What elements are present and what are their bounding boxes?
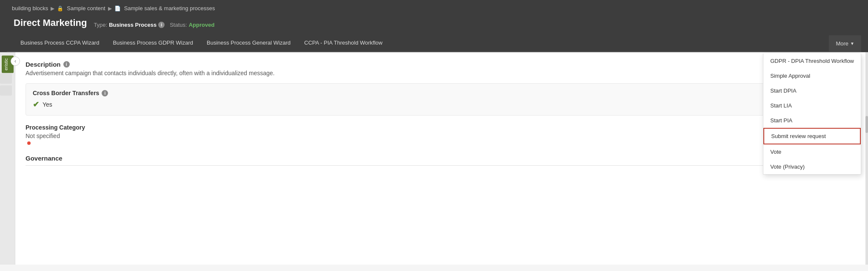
breadcrumb-sep-1: ▶: [51, 6, 54, 11]
left-sidebar: eristic ‹: [0, 52, 15, 265]
type-value: Business Process: [109, 22, 157, 28]
cross-border-yes: Yes: [43, 101, 52, 108]
description-title-text: Description: [26, 61, 61, 68]
tab-ccpa[interactable]: Business Process CCPA Wizard: [14, 35, 106, 51]
dropdown-start-pia[interactable]: Start PIA: [763, 113, 861, 128]
governance-title-text: Governance: [26, 155, 63, 162]
processing-category-value: Not specified: [26, 133, 858, 139]
breadcrumb-sep-2: ▶: [108, 6, 112, 11]
cross-border-title: Cross Border Transfers i: [33, 90, 851, 96]
main-layout: eristic ‹ Description i Advertisement ca…: [0, 52, 868, 265]
processing-category-label: Processing Category: [26, 124, 858, 131]
sidebar-collapse-button[interactable]: ‹: [11, 56, 20, 66]
more-button[interactable]: More ▼ GDPR - DPIA Threshold Workflow Si…: [829, 35, 861, 51]
main-content: Description i Advertisement campaign tha…: [15, 52, 868, 265]
status-value: Approved: [189, 22, 215, 28]
description-info-icon[interactable]: i: [63, 61, 70, 68]
more-label: More: [836, 40, 848, 47]
dropdown-start-dpia[interactable]: Start DPIA: [763, 83, 861, 98]
description-title: Description i: [26, 61, 858, 68]
dot-indicator: [27, 141, 31, 145]
cross-border-section: Cross Border Transfers i ✔ Yes: [26, 83, 858, 116]
tab-ccpa-pia[interactable]: CCPA - PIA Threshold Workflow: [297, 35, 389, 51]
dropdown-simple-approval[interactable]: Simple Approval: [763, 68, 861, 83]
governance-section: Governance: [26, 155, 858, 166]
type-label: Type:: [94, 22, 107, 28]
tab-bar: Business Process CCPA Wizard Business Pr…: [7, 35, 861, 52]
cross-border-value: ✔ Yes: [33, 100, 851, 109]
type-info-icon[interactable]: i: [158, 22, 165, 28]
dropdown-vote-privacy[interactable]: Vote (Privacy): [763, 159, 861, 174]
processing-category-section: Processing Category Not specified: [26, 124, 858, 146]
dropdown-submit-review[interactable]: Submit review request: [763, 128, 861, 144]
breadcrumb-sample-processes[interactable]: Sample sales & marketing processes: [124, 5, 215, 11]
dropdown-start-lia[interactable]: Start LIA: [763, 98, 861, 113]
tab-general[interactable]: Business Process General Wizard: [200, 35, 297, 51]
breadcrumb-building-blocks[interactable]: building blocks: [12, 5, 48, 11]
dropdown-gdpr-dpia[interactable]: GDPR - DPIA Threshold Workflow: [763, 54, 861, 68]
description-text: Advertisement campaign that contacts ind…: [26, 70, 858, 76]
status-meta: Status: Approved: [170, 22, 214, 28]
sidebar-other-tabs: [0, 73, 12, 97]
scrollbar[interactable]: [865, 52, 868, 265]
tab-gdpr[interactable]: Business Process GDPR Wizard: [106, 35, 200, 51]
status-label: Status:: [170, 22, 187, 28]
page-icon: 📄: [114, 6, 121, 11]
cross-border-info-icon[interactable]: i: [102, 90, 108, 96]
checkmark-icon: ✔: [33, 100, 39, 109]
page-title: Direct Marketing: [14, 17, 87, 28]
scrollbar-thumb[interactable]: [865, 116, 868, 133]
lock-icon: 🔒: [57, 6, 63, 11]
cross-border-title-text: Cross Border Transfers: [33, 90, 99, 96]
dropdown-vote[interactable]: Vote: [763, 144, 861, 159]
type-meta: Type: Business Process i: [94, 22, 165, 28]
chevron-down-icon: ▼: [850, 41, 854, 46]
more-dropdown: GDPR - DPIA Threshold Workflow Simple Ap…: [763, 54, 861, 175]
breadcrumb-sample-content[interactable]: Sample content: [67, 5, 105, 11]
